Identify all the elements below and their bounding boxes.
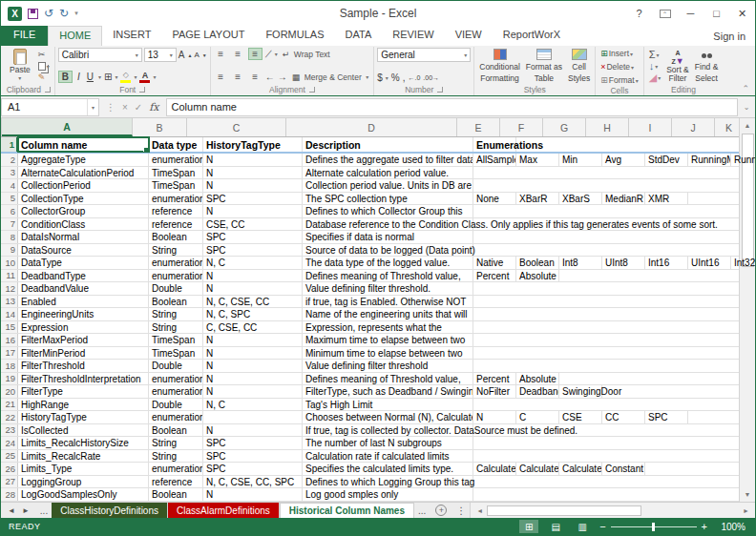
font-color-button[interactable]: A: [139, 72, 150, 83]
cell[interactable]: Boolean: [149, 424, 203, 437]
cell[interactable]: DataSource: [18, 244, 149, 257]
cell[interactable]: Log good smples only: [303, 488, 473, 501]
currency-button[interactable]: $: [377, 72, 383, 83]
tab-file[interactable]: FILE: [1, 26, 48, 46]
tab-insert[interactable]: INSERT: [102, 26, 161, 46]
cell[interactable]: String: [149, 450, 203, 463]
alignment-dialog-launcher-icon[interactable]: [309, 87, 315, 93]
cell[interactable]: Name of the engineering units that will: [303, 308, 473, 320]
decrease-indent-icon[interactable]: ←: [265, 72, 275, 82]
cell[interactable]: Calculation rate if calculated limits: [303, 450, 473, 463]
font-dialog-launcher-icon[interactable]: [139, 87, 145, 93]
zoom-slider[interactable]: [611, 526, 697, 527]
row-header-8[interactable]: 8: [1, 231, 18, 243]
cell[interactable]: SPC: [203, 437, 303, 449]
cell[interactable]: NoFilter: [473, 385, 516, 398]
cell[interactable]: enumeration: [149, 154, 203, 166]
cell[interactable]: The data type of the logged value.: [303, 257, 473, 269]
cell[interactable]: N, C, CSE, CC: [203, 296, 303, 308]
column-header-b[interactable]: B: [133, 118, 187, 136]
cell[interactable]: Calculated: [473, 463, 516, 475]
cell[interactable]: String: [149, 321, 203, 334]
cell[interactable]: Specifies if data is normal: [303, 231, 473, 243]
sign-in-link[interactable]: Sign in: [704, 28, 755, 46]
cell[interactable]: enumeration: [149, 463, 203, 475]
cell[interactable]: Defines to which Collector Group this: [303, 205, 473, 217]
cell[interactable]: N: [473, 411, 516, 423]
cell[interactable]: XBarS: [559, 193, 602, 205]
column-header-c[interactable]: C: [187, 118, 286, 136]
cell[interactable]: Max: [516, 154, 559, 166]
format-as-table-button[interactable]: Format as Table: [524, 48, 564, 84]
copy-button[interactable]: ▾: [36, 60, 52, 72]
row-header-12[interactable]: 12: [1, 282, 18, 295]
ribbon-display-options-button[interactable]: ⌃: [652, 3, 678, 24]
cell[interactable]: Tag's High Limit: [303, 399, 473, 411]
cell[interactable]: CollectorGroup: [18, 205, 149, 217]
sort-filter-button[interactable]: AZ▼ Sort & Filter: [664, 48, 691, 84]
percent-button[interactable]: %: [391, 72, 400, 83]
cell[interactable]: SPC: [203, 193, 303, 205]
cell[interactable]: EngineeringUnits: [18, 308, 149, 320]
format-painter-button[interactable]: ✎: [36, 72, 52, 83]
confirm-entry-icon[interactable]: ✓: [135, 102, 142, 113]
clipboard-dialog-launcher-icon[interactable]: [45, 87, 51, 93]
italic-button[interactable]: I: [75, 72, 82, 82]
cell[interactable]: N, C, SPC: [203, 308, 303, 320]
align-bottom-icon[interactable]: ≡: [248, 48, 262, 60]
cell[interactable]: enumeration: [149, 257, 203, 269]
cell[interactable]: SPC: [203, 463, 303, 475]
cell[interactable]: N, C: [203, 257, 303, 269]
cell[interactable]: Double: [149, 360, 203, 372]
cell[interactable]: enumeration: [149, 193, 203, 205]
row-header-23[interactable]: 23: [1, 424, 18, 437]
tab-home[interactable]: HOME: [48, 26, 102, 46]
cell[interactable]: FilterType: [18, 385, 149, 398]
cell[interactable]: Int32: [731, 257, 755, 269]
column-header-i[interactable]: I: [629, 118, 672, 136]
row-header-18[interactable]: 18: [1, 360, 18, 372]
fill-color-button[interactable]: ◇: [120, 72, 131, 83]
cell[interactable]: If true, tag is collected by collector. …: [303, 424, 473, 437]
cell[interactable]: SPC: [645, 411, 688, 423]
cell[interactable]: Maximum time to elapse between two: [303, 334, 473, 346]
undo-icon[interactable]: ↺: [44, 8, 53, 19]
row-header-5[interactable]: 5: [1, 193, 18, 205]
cell[interactable]: reference: [149, 476, 203, 488]
row-header-7[interactable]: 7: [1, 218, 18, 231]
cell[interactable]: Calculated: [516, 463, 559, 475]
column-header-f[interactable]: F: [500, 118, 543, 136]
row-header-22[interactable]: 22: [1, 411, 18, 423]
row-header-16[interactable]: 16: [1, 334, 18, 346]
row-header-19[interactable]: 19: [1, 373, 18, 385]
cell[interactable]: Enumerations: [473, 137, 516, 152]
cell[interactable]: Source of data to be logged (Data point): [303, 244, 473, 257]
row-header-27[interactable]: 27: [1, 476, 18, 488]
row-header-9[interactable]: 9: [1, 244, 18, 257]
cell[interactable]: Int8: [559, 257, 602, 269]
collapse-ribbon-icon[interactable]: ⌃: [736, 84, 755, 95]
cell[interactable]: Alternate calculation period value.: [303, 167, 473, 179]
cell[interactable]: FilterMaxPeriod: [18, 334, 149, 346]
cell[interactable]: TimeSpan: [149, 167, 203, 179]
increase-decimal-icon[interactable]: ←.0: [409, 74, 421, 81]
cell[interactable]: enumeration: [149, 385, 203, 398]
cell[interactable]: UInt16: [688, 257, 731, 269]
number-dialog-launcher-icon[interactable]: [437, 87, 443, 93]
cell[interactable]: N: [203, 205, 303, 217]
scroll-down-icon[interactable]: ▼: [740, 487, 755, 502]
row-header-14[interactable]: 14: [1, 308, 18, 320]
cell[interactable]: Boolean: [516, 257, 559, 269]
cell[interactable]: Double: [149, 399, 203, 411]
prev-sheet-icon[interactable]: ◄: [8, 506, 15, 515]
cell[interactable]: IsCollected: [18, 424, 149, 437]
row-header-13[interactable]: 13: [1, 296, 18, 308]
normal-view-icon[interactable]: ⊞: [519, 520, 538, 533]
merge-center-button[interactable]: ▦ Merge & Center ▾: [290, 72, 371, 83]
cell[interactable]: HistoryTagType: [18, 411, 149, 423]
new-sheet-button[interactable]: +: [435, 505, 447, 516]
cell[interactable]: Defines meaning of Threshold value,: [303, 373, 473, 385]
sheet-tab-classhistorydefinitions[interactable]: ClassHistoryDefinitions: [52, 503, 168, 518]
fill-button[interactable]: ↓▾: [647, 60, 662, 72]
save-icon[interactable]: [28, 9, 38, 19]
